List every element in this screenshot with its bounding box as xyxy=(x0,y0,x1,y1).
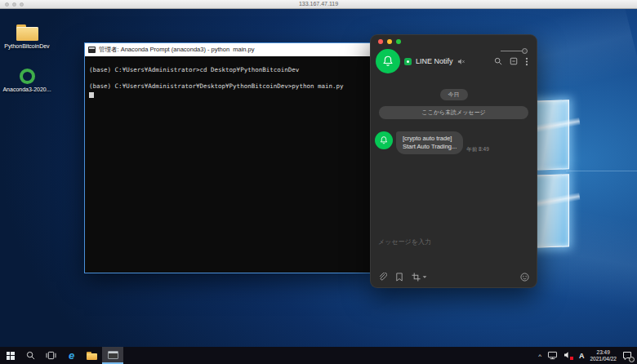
emoji-icon[interactable] xyxy=(520,273,529,282)
opacity-slider[interactable] xyxy=(501,48,528,54)
mac-remote-titlebar: 133.167.47.119 xyxy=(0,0,637,9)
network-icon[interactable] xyxy=(547,351,558,360)
ime-indicator[interactable]: A xyxy=(579,352,585,360)
windows-taskbar: e ^ A 23:49 2021/04/22 xyxy=(0,347,637,364)
desktop-icon-anaconda[interactable]: Anaconda3-2020... xyxy=(3,67,51,92)
mac-window-controls[interactable] xyxy=(5,2,24,7)
line-minimize-button[interactable] xyxy=(387,39,392,44)
task-view-button[interactable] xyxy=(41,347,61,364)
message-composer[interactable]: メッセージを入力 xyxy=(371,233,537,287)
folder-icon xyxy=(16,24,38,41)
message-text-line1: [crypto auto trade] xyxy=(403,135,457,143)
wallpaper-horizon-line xyxy=(566,171,637,171)
clock-date: 2021/04/22 xyxy=(590,356,617,362)
taskbar-anaconda-prompt-button[interactable] xyxy=(102,347,123,364)
desktop-icon-label: PythonBitcoinDev xyxy=(4,43,49,49)
terminal-line: (base) C:¥Users¥Administrator>cd Desktop… xyxy=(89,66,368,74)
console-icon xyxy=(88,47,96,53)
search-icon xyxy=(26,351,35,360)
terminal-cursor-line xyxy=(89,91,368,100)
desktop-icon-pythonbitcoindev[interactable]: PythonBitcoinDev xyxy=(3,24,51,49)
message-avatar[interactable] xyxy=(375,131,393,149)
kebab-menu-icon[interactable] xyxy=(525,57,528,66)
notification-badge xyxy=(629,357,635,362)
message-bubble[interactable]: [crypto auto trade] Start Auto Trading..… xyxy=(396,131,463,154)
windows-logo-icon xyxy=(7,352,15,360)
desktop-icon-label: Anaconda3-2020... xyxy=(2,87,51,92)
slider-knob[interactable] xyxy=(522,48,528,54)
composer-placeholder[interactable]: メッセージを入力 xyxy=(378,237,529,246)
line-zoom-button[interactable] xyxy=(396,39,401,44)
bookmark-icon[interactable] xyxy=(395,273,403,282)
message-text-line2: Start Auto Trading... xyxy=(403,143,457,151)
screen-capture-control[interactable] xyxy=(412,273,427,282)
terminal-line xyxy=(89,74,368,82)
terminal-line: (base) C:¥Users¥Administrator¥Desktop¥Py… xyxy=(89,82,368,91)
bell-icon xyxy=(381,55,394,68)
terminal-cursor xyxy=(89,92,94,98)
taskbar-clock[interactable]: 23:49 2021/04/22 xyxy=(590,349,617,362)
mac-zoom-button[interactable] xyxy=(20,2,24,7)
system-tray: ^ A 23:49 2021/04/22 xyxy=(538,349,637,362)
action-center-button[interactable] xyxy=(622,351,633,361)
chevron-down-icon[interactable] xyxy=(423,276,427,277)
line-chat-window[interactable]: LINE Notify 今日 ここから未読メ xyxy=(370,34,537,288)
anaconda-icon xyxy=(20,69,35,84)
search-icon[interactable] xyxy=(494,57,502,65)
contact-name: LINE Notify xyxy=(416,57,453,65)
console-icon xyxy=(108,351,118,359)
mac-close-button[interactable] xyxy=(5,2,9,7)
message-timestamp: 午前 8:49 xyxy=(466,146,488,153)
chat-header-actions xyxy=(494,57,528,66)
tray-overflow-chevron[interactable]: ^ xyxy=(538,353,541,360)
line-close-button[interactable] xyxy=(378,39,383,44)
volume-muted-indicator[interactable] xyxy=(564,351,573,360)
notes-panel-icon[interactable] xyxy=(510,57,518,65)
file-explorer-button[interactable] xyxy=(82,347,102,364)
anaconda-prompt-window[interactable]: 管理者: Anaconda Prompt (anaconda3) - pytho… xyxy=(84,42,371,273)
terminal-output[interactable]: (base) C:¥Users¥Administrator>cd Desktop… xyxy=(85,56,370,273)
verified-badge-icon xyxy=(404,58,412,65)
line-window-controls[interactable] xyxy=(371,35,537,46)
composer-toolbar xyxy=(378,273,529,282)
remote-desktop-screen: 133.167.47.119 PythonBitcoinDev Anaconda… xyxy=(0,0,637,364)
chat-message-area[interactable]: 今日 ここから未読メッセージ [crypto auto trade] Start… xyxy=(371,80,537,233)
muted-speaker-icon xyxy=(457,58,465,65)
contact-avatar[interactable] xyxy=(376,49,400,73)
terminal-title: 管理者: Anaconda Prompt (anaconda3) - pytho… xyxy=(99,46,255,54)
attachment-icon[interactable] xyxy=(378,273,387,282)
crop-icon[interactable] xyxy=(412,273,421,282)
task-view-icon xyxy=(46,351,56,360)
start-button[interactable] xyxy=(0,347,20,364)
date-separator: 今日 xyxy=(440,89,468,100)
folder-icon xyxy=(87,352,97,360)
mute-badge xyxy=(570,357,573,360)
terminal-titlebar[interactable]: 管理者: Anaconda Prompt (anaconda3) - pytho… xyxy=(85,43,370,56)
internet-explorer-button[interactable]: e xyxy=(61,347,82,364)
unread-separator: ここから未読メッセージ xyxy=(379,106,528,119)
clock-time: 23:49 xyxy=(590,349,617,356)
internet-explorer-icon: e xyxy=(69,350,74,361)
mac-minimize-button[interactable] xyxy=(12,2,16,7)
taskbar-search-button[interactable] xyxy=(20,347,41,364)
bell-icon xyxy=(379,135,389,145)
message-row: [crypto auto trade] Start Auto Trading..… xyxy=(375,131,532,154)
remote-ip-title: 133.167.47.119 xyxy=(0,0,637,8)
